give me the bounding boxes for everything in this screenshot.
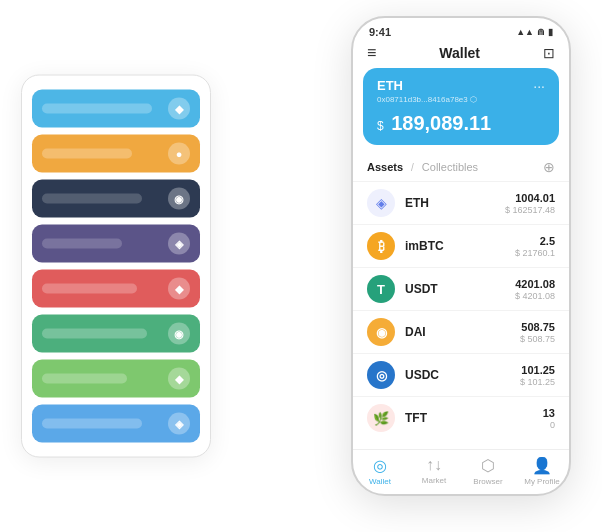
phone: 9:41 ▲▲ ⋒ ▮ ≡ Wallet ⊡ ETH ··· 0x08711d3…: [351, 16, 571, 496]
dai-icon: ◉: [367, 318, 395, 346]
top-nav: ≡ Wallet ⊡: [353, 42, 569, 68]
browser-nav-label: Browser: [473, 477, 502, 486]
bottom-nav: ◎ Wallet ↑↓ Market ⬡ Browser 👤 My Profil…: [353, 449, 569, 494]
eth-card-title: ETH: [377, 78, 403, 93]
eth-card-amount: 189,089.11: [391, 112, 491, 134]
usdt-icon: T: [367, 275, 395, 303]
nav-browser[interactable]: ⬡ Browser: [461, 456, 515, 486]
usdc-icon: ◎: [367, 361, 395, 389]
list-item[interactable]: ●: [32, 135, 200, 173]
asset-name-tft: TFT: [405, 411, 543, 425]
add-asset-button[interactable]: ⊕: [543, 159, 555, 175]
asset-usd-eth: $ 162517.48: [505, 205, 555, 215]
asset-amounts-imbtc: 2.5 $ 21760.1: [515, 235, 555, 258]
eth-card-more-button[interactable]: ···: [533, 78, 545, 94]
asset-item-usdt[interactable]: T USDT 4201.08 $ 4201.08: [353, 267, 569, 310]
tab-collectibles[interactable]: Collectibles: [422, 161, 478, 173]
browser-nav-icon: ⬡: [481, 456, 495, 475]
asset-usd-usdc: $ 101.25: [520, 377, 555, 387]
list-item[interactable]: ◉: [32, 180, 200, 218]
tab-separator: /: [411, 162, 414, 173]
asset-amount-usdt: 4201.08: [515, 278, 555, 290]
scene: ◆ ● ◉ ◈ ◆ ◉ ◆ ◈: [21, 16, 581, 516]
profile-nav-label: My Profile: [524, 477, 560, 486]
asset-usd-usdt: $ 4201.08: [515, 291, 555, 301]
imbtc-icon: ₿: [367, 232, 395, 260]
asset-amount-eth: 1004.01: [505, 192, 555, 204]
asset-item-imbtc[interactable]: ₿ imBTC 2.5 $ 21760.1: [353, 224, 569, 267]
asset-usd-dai: $ 508.75: [520, 334, 555, 344]
tab-assets[interactable]: Assets: [367, 161, 403, 173]
eth-icon: ◈: [367, 189, 395, 217]
list-item[interactable]: ◈: [32, 405, 200, 443]
wallet-nav-label: Wallet: [369, 477, 391, 486]
battery-icon: ▮: [548, 27, 553, 37]
list-item[interactable]: ◈: [32, 225, 200, 263]
asset-usd-imbtc: $ 21760.1: [515, 248, 555, 258]
asset-list: ◈ ETH 1004.01 $ 162517.48 ₿ imBTC 2.5 $ …: [353, 181, 569, 449]
eth-card-address: 0x08711d3b...8416a78e3 ⬡: [377, 95, 545, 104]
asset-amount-tft: 13: [543, 407, 555, 419]
asset-usd-tft: 0: [543, 420, 555, 430]
wallet-nav-icon: ◎: [373, 456, 387, 475]
assets-tabs: Assets / Collectibles: [367, 161, 478, 173]
page-title: Wallet: [439, 45, 480, 61]
asset-amount-dai: 508.75: [520, 321, 555, 333]
asset-item-tft[interactable]: 🌿 TFT 13 0: [353, 396, 569, 439]
asset-amount-imbtc: 2.5: [515, 235, 555, 247]
nav-market[interactable]: ↑↓ Market: [407, 456, 461, 486]
list-item[interactable]: ◆: [32, 360, 200, 398]
asset-name-imbtc: imBTC: [405, 239, 515, 253]
tft-icon: 🌿: [367, 404, 395, 432]
asset-amounts-dai: 508.75 $ 508.75: [520, 321, 555, 344]
scan-icon[interactable]: ⊡: [543, 45, 555, 61]
asset-amount-usdc: 101.25: [520, 364, 555, 376]
eth-card[interactable]: ETH ··· 0x08711d3b...8416a78e3 ⬡ $ 189,0…: [363, 68, 559, 145]
asset-item-usdc[interactable]: ◎ USDC 101.25 $ 101.25: [353, 353, 569, 396]
asset-amounts-tft: 13 0: [543, 407, 555, 430]
status-bar: 9:41 ▲▲ ⋒ ▮: [353, 18, 569, 42]
status-time: 9:41: [369, 26, 391, 38]
asset-name-dai: DAI: [405, 325, 520, 339]
status-icons: ▲▲ ⋒ ▮: [516, 27, 553, 37]
nav-wallet[interactable]: ◎ Wallet: [353, 456, 407, 486]
profile-nav-icon: 👤: [532, 456, 552, 475]
signal-icon: ▲▲: [516, 27, 534, 37]
asset-name-usdt: USDT: [405, 282, 515, 296]
card-stack: ◆ ● ◉ ◈ ◆ ◉ ◆ ◈: [21, 75, 211, 458]
list-item[interactable]: ◆: [32, 90, 200, 128]
asset-name-eth: ETH: [405, 196, 505, 210]
nav-profile[interactable]: 👤 My Profile: [515, 456, 569, 486]
asset-item-eth[interactable]: ◈ ETH 1004.01 $ 162517.48: [353, 181, 569, 224]
list-item[interactable]: ◉: [32, 315, 200, 353]
asset-name-usdc: USDC: [405, 368, 520, 382]
asset-amounts-usdc: 101.25 $ 101.25: [520, 364, 555, 387]
assets-header: Assets / Collectibles ⊕: [353, 155, 569, 181]
currency-symbol: $: [377, 119, 384, 133]
list-item[interactable]: ◆: [32, 270, 200, 308]
asset-item-dai[interactable]: ◉ DAI 508.75 $ 508.75: [353, 310, 569, 353]
market-nav-icon: ↑↓: [426, 456, 442, 474]
menu-icon[interactable]: ≡: [367, 44, 376, 62]
market-nav-label: Market: [422, 476, 446, 485]
asset-amounts-eth: 1004.01 $ 162517.48: [505, 192, 555, 215]
wifi-icon: ⋒: [537, 27, 545, 37]
asset-amounts-usdt: 4201.08 $ 4201.08: [515, 278, 555, 301]
